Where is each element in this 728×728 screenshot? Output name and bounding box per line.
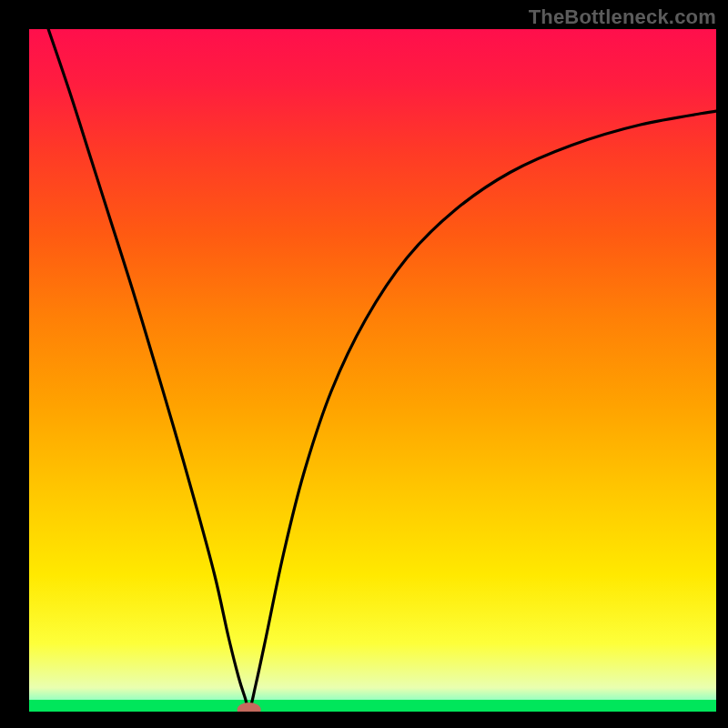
green-band: [29, 700, 716, 712]
watermark-text: TheBottleneck.com: [529, 5, 716, 29]
chart-svg: [29, 29, 716, 712]
plot-area: [29, 29, 716, 712]
chart-frame: TheBottleneck.com: [0, 0, 728, 728]
